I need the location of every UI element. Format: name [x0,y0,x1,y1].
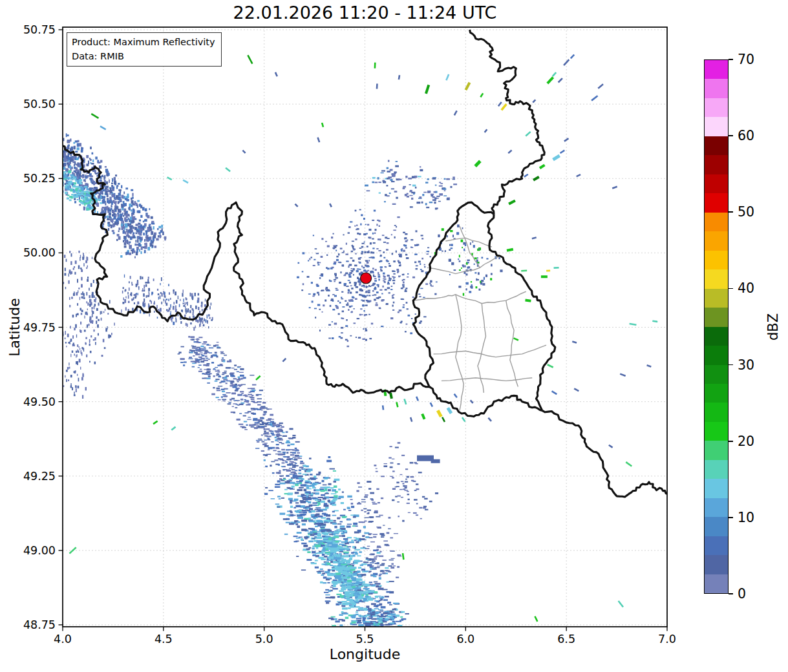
colorbar-band [705,79,728,98]
colorbar-tick-mark [729,135,733,136]
colorbar-tick-label: 10 [738,511,754,525]
colorbar-tick-mark [729,441,733,442]
region-borders [413,226,546,411]
svg-text:6.0: 6.0 [456,633,474,646]
svg-text:6.5: 6.5 [557,633,575,646]
colorbar-band [705,193,728,212]
colorbar-band [705,308,728,326]
colorbar-band [705,384,728,403]
colorbar-tick-mark [729,364,733,366]
colorbar-band [705,117,728,136]
svg-text:5.0: 5.0 [255,633,273,646]
colorbar-tick-label: 0 [738,587,746,601]
colorbar-band [705,155,728,174]
colorbar-tick-label: 40 [738,282,754,295]
tick-labels: 4.04.55.05.56.06.57.050.7550.5050.2550.0… [23,23,676,646]
colorbar-band [705,517,728,536]
svg-text:7.0: 7.0 [658,633,676,646]
radar-site-marker [361,273,372,284]
colorbar-tick-label: 20 [738,435,754,448]
svg-text:50.50: 50.50 [23,98,56,110]
gridlines [63,27,667,627]
svg-text:50.25: 50.25 [23,172,56,185]
colorbar-tick-mark [729,593,733,594]
colorbar-band [705,403,728,421]
colorbar-tick-mark [729,211,733,213]
data-source-line: Data: RMIB [72,49,215,63]
colorbar-tick-label: 30 [738,359,754,372]
colorbar-band [705,174,728,193]
colorbar-tick-label: 50 [738,205,754,219]
colorbar-band [705,536,728,555]
y-axis-label: Latitude [6,295,23,360]
colorbar-band [705,136,728,155]
colorbar-band [705,213,728,231]
colorbar-band [705,231,728,250]
svg-text:48.75: 48.75 [23,618,56,631]
svg-text:5.5: 5.5 [356,633,374,646]
colorbar-band [705,346,728,364]
radar-figure: 4.04.55.05.56.06.57.050.7550.5050.2550.0… [0,0,788,672]
colorbar-band [705,365,728,384]
colorbar-band [705,269,728,288]
x-axis-label: Longitude [63,646,667,662]
svg-text:49.75: 49.75 [23,321,56,334]
svg-text:4.5: 4.5 [154,633,173,646]
colorbar-tick-label: 60 [738,129,754,143]
svg-text:50.00: 50.00 [23,246,56,259]
colorbar [704,59,729,594]
colorbar-band [705,251,728,269]
colorbar-tick-mark [729,517,733,518]
colorbar-band [705,422,728,441]
figure-title: 22.01.2026 11:20 - 11:24 UTC [63,3,667,23]
colorbar-band [705,98,728,117]
colorbar-band [705,460,728,479]
map-canvas: 4.04.55.05.56.06.57.050.7550.5050.2550.0… [0,0,788,672]
colorbar-tick-mark [729,288,733,289]
colorbar-tick-mark [729,59,733,60]
colorbar-band [705,555,728,574]
plot-area: 4.04.55.05.56.06.57.050.7550.5050.2550.0… [23,23,676,648]
colorbar-label: dBZ [765,308,781,346]
colorbar-tick-label: 70 [738,53,754,67]
colorbar-band [705,574,728,593]
plot-border [63,27,667,627]
colorbar-band [705,498,728,517]
colorbar-band [705,441,728,459]
tick-marks [59,30,668,631]
colorbar-band [705,289,728,308]
product-line: Product: Maximum Reflectivity [72,35,215,49]
product-info-box: Product: Maximum Reflectivity Data: RMIB [67,32,222,67]
svg-text:49.50: 49.50 [23,395,56,408]
svg-text:49.25: 49.25 [23,470,56,483]
colorbar-band [705,60,728,79]
echo-blobs [417,456,440,463]
svg-text:4.0: 4.0 [54,633,72,646]
colorbar-band [705,327,728,346]
svg-text:49.00: 49.00 [23,544,56,557]
svg-text:50.75: 50.75 [23,23,56,36]
colorbar-band [705,479,728,498]
